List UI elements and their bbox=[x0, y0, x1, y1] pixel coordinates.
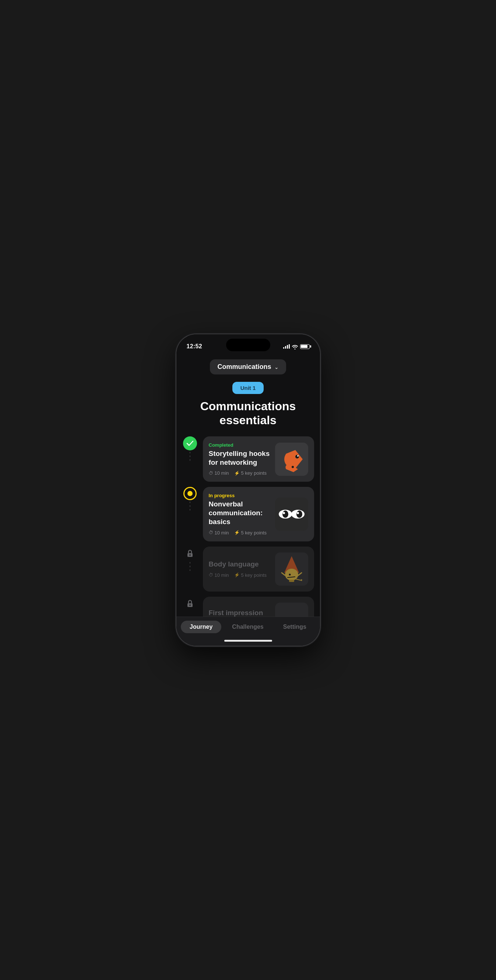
lesson-indicator-1 bbox=[182, 436, 198, 463]
svg-point-2 bbox=[297, 455, 299, 457]
in-progress-icon bbox=[183, 487, 196, 500]
unit-badge: Unit 1 bbox=[232, 382, 264, 394]
tab-journey[interactable]: Journey bbox=[181, 620, 221, 633]
clock-icon: ⏱ bbox=[209, 471, 213, 476]
course-dropdown-label: Communications bbox=[217, 363, 271, 371]
signal-icon bbox=[283, 344, 290, 348]
wifi-icon bbox=[292, 344, 298, 348]
bolt-icon: ⚡ bbox=[234, 530, 240, 535]
clock-icon: ⏱ bbox=[209, 530, 213, 535]
keypoints-2: ⚡ 5 key points bbox=[234, 530, 266, 536]
svg-point-14 bbox=[285, 569, 298, 581]
lesson-title-1: Storytelling hooks for networking bbox=[209, 449, 271, 467]
lesson-text-3: Body language ⏱ 10 min ⚡ 5 key points bbox=[209, 560, 271, 578]
lesson-title-2: Nonverbal communication: basics bbox=[209, 500, 271, 526]
status-icons bbox=[283, 344, 310, 349]
lesson-card-storytelling[interactable]: Completed Storytelling hooks for network… bbox=[203, 436, 314, 482]
lesson-row: Completed Storytelling hooks for network… bbox=[182, 436, 314, 482]
svg-point-7 bbox=[283, 512, 285, 514]
lesson-meta-1: ⏱ 10 min ⚡ 5 key points bbox=[209, 470, 271, 476]
battery-icon bbox=[300, 344, 310, 349]
bottom-nav: Journey Challenges Settings bbox=[176, 617, 320, 646]
settings-tab-label: Settings bbox=[283, 624, 306, 630]
duration-2: ⏱ 10 min bbox=[209, 530, 229, 536]
unit-section: Unit 1 Communications essentials bbox=[176, 382, 320, 436]
tab-challenges[interactable]: Challenges bbox=[223, 620, 272, 633]
svg-point-9 bbox=[296, 511, 302, 518]
journey-tab-label: Journey bbox=[190, 624, 212, 630]
lesson-indicator-3 bbox=[182, 547, 198, 573]
completed-icon bbox=[183, 436, 197, 450]
lesson-status-1: Completed bbox=[209, 442, 271, 448]
lesson-thumbnail-nonverbal bbox=[275, 498, 308, 531]
phone-device: 12:52 bbox=[176, 334, 320, 646]
keypoints-1: ⚡ 5 key points bbox=[234, 470, 266, 476]
dynamic-island bbox=[226, 339, 270, 351]
lesson-title-4: First impression hacks bbox=[209, 608, 271, 617]
lesson-card-firstimpression[interactable]: First impression hacks bbox=[203, 597, 314, 617]
duration-1: ⏱ 10 min bbox=[209, 470, 229, 476]
lesson-thumbnail-body bbox=[275, 552, 308, 585]
home-bar bbox=[224, 640, 272, 642]
timeline-line-2 bbox=[190, 502, 190, 513]
unit-title: Communications essentials bbox=[187, 399, 309, 428]
phone-screen: 12:52 bbox=[176, 334, 320, 646]
bolt-icon: ⚡ bbox=[234, 573, 240, 578]
lessons-container: Completed Storytelling hooks for network… bbox=[176, 436, 320, 617]
course-dropdown[interactable]: Communications ⌄ bbox=[210, 360, 286, 374]
lesson-row: In progress Nonverbal communication: bas… bbox=[182, 487, 314, 541]
chevron-down-icon: ⌄ bbox=[274, 364, 279, 370]
svg-point-12 bbox=[189, 554, 191, 556]
lesson-meta-2: ⏱ 10 min ⚡ 5 key points bbox=[209, 530, 271, 536]
timeline-line-3 bbox=[190, 562, 190, 573]
header-dropdown: Communications ⌄ bbox=[176, 353, 320, 382]
lesson-meta-3: ⏱ 10 min ⚡ 5 key points bbox=[209, 573, 271, 578]
challenges-tab-label: Challenges bbox=[232, 624, 263, 630]
timeline-line-1 bbox=[190, 452, 190, 463]
svg-rect-17 bbox=[289, 580, 294, 582]
tab-settings[interactable]: Settings bbox=[274, 620, 315, 633]
svg-point-6 bbox=[282, 511, 288, 518]
status-time: 12:52 bbox=[187, 343, 202, 350]
locked-icon bbox=[183, 547, 197, 561]
svg-point-15 bbox=[289, 573, 290, 575]
main-content[interactable]: Communications ⌄ Unit 1 Communications e… bbox=[176, 353, 320, 617]
lesson-status-2: In progress bbox=[209, 493, 271, 498]
lesson-row: Body language ⏱ 10 min ⚡ 5 key points bbox=[182, 547, 314, 592]
nav-tabs: Journey Challenges Settings bbox=[176, 620, 320, 638]
bolt-icon: ⚡ bbox=[234, 471, 240, 476]
svg-point-1 bbox=[295, 455, 299, 458]
svg-point-10 bbox=[297, 512, 299, 514]
lesson-title-3: Body language bbox=[209, 560, 271, 569]
lesson-indicator-2 bbox=[182, 487, 198, 513]
lesson-text-2: In progress Nonverbal communication: bas… bbox=[209, 493, 271, 535]
svg-point-23 bbox=[189, 605, 191, 606]
keypoints-3: ⚡ 5 key points bbox=[234, 573, 266, 578]
clock-icon: ⏱ bbox=[209, 573, 213, 578]
duration-3: ⏱ 10 min bbox=[209, 573, 229, 578]
lesson-text-1: Completed Storytelling hooks for network… bbox=[209, 442, 271, 476]
lesson-indicator-4 bbox=[182, 597, 198, 611]
lesson-thumbnail-firstimpression bbox=[275, 603, 308, 617]
locked-icon bbox=[183, 597, 197, 611]
home-indicator bbox=[176, 638, 320, 646]
lesson-row: First impression hacks bbox=[182, 597, 314, 617]
lesson-card-body[interactable]: Body language ⏱ 10 min ⚡ 5 key points bbox=[203, 547, 314, 592]
lesson-thumbnail-storytelling bbox=[275, 443, 308, 476]
lesson-card-nonverbal[interactable]: In progress Nonverbal communication: bas… bbox=[203, 487, 314, 541]
svg-point-3 bbox=[292, 466, 294, 468]
lesson-text-4: First impression hacks bbox=[209, 608, 271, 617]
